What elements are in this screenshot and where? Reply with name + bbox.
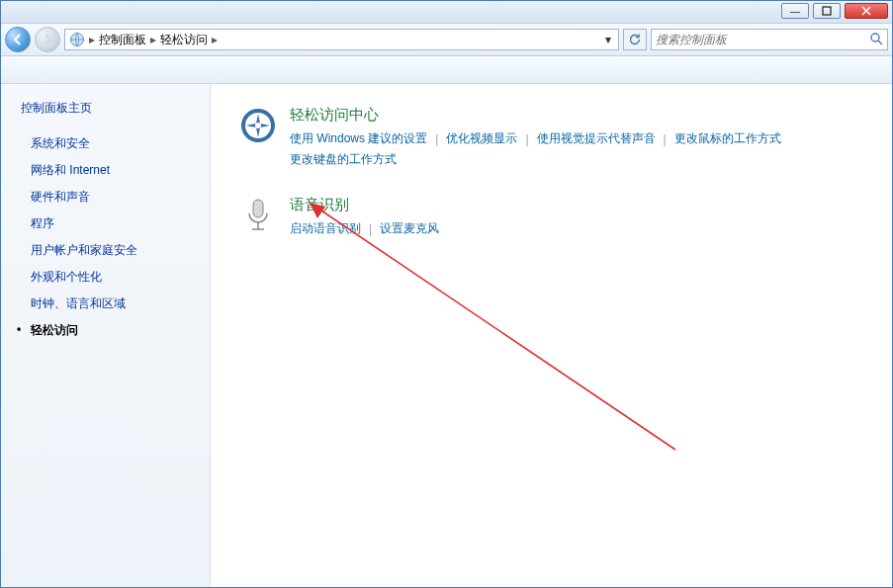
link-start-speech-recognition[interactable]: 启动语音识别 (290, 220, 361, 237)
link-change-mouse[interactable]: 更改鼠标的工作方式 (674, 130, 781, 147)
breadcrumb-item-control-panel[interactable]: 控制面板 (95, 32, 150, 48)
link-separator: | (664, 132, 667, 146)
ease-of-access-icon (238, 106, 278, 145)
maximize-button[interactable] (813, 3, 841, 19)
microphone-icon (238, 196, 278, 235)
section-speech-recognition: 语音识别 启动语音识别| 设置麦克风 (238, 196, 864, 237)
search-icon (869, 32, 883, 48)
sidebar-title[interactable]: 控制面板主页 (21, 100, 210, 117)
sidebar-item-label: 网络和 Internet (31, 163, 110, 177)
refresh-button[interactable] (623, 29, 647, 50)
section-body: 轻松访问中心 使用 Windows 建议的设置| 优化视频显示| 使用视觉提示代… (290, 106, 864, 168)
close-icon (861, 6, 871, 16)
nav-back-button[interactable] (5, 27, 31, 52)
sidebar-item-label: 轻松访问 (31, 323, 78, 337)
link-change-keyboard[interactable]: 更改键盘的工作方式 (290, 151, 397, 168)
minimize-icon: — (790, 6, 800, 17)
link-setup-microphone[interactable]: 设置麦克风 (380, 220, 439, 237)
link-optimize-visual[interactable]: 优化视频显示 (446, 130, 517, 147)
svg-line-12 (310, 203, 675, 450)
link-separator: | (435, 132, 438, 146)
sidebar-item-appearance[interactable]: 外观和个性化 (21, 264, 210, 291)
link-separator: | (525, 132, 528, 146)
breadcrumb-item-ease-of-access[interactable]: 轻松访问 (156, 32, 212, 48)
link-windows-suggestions[interactable]: 使用 Windows 建议的设置 (290, 130, 427, 147)
svg-line-5 (878, 41, 882, 44)
links-row: 更改键盘的工作方式 (290, 151, 864, 168)
svg-rect-0 (823, 7, 831, 15)
link-visual-cues[interactable]: 使用视觉提示代替声音 (537, 130, 656, 147)
sidebar-item-programs[interactable]: 程序 (21, 210, 210, 237)
close-button[interactable] (845, 3, 888, 19)
sidebar-item-ease-of-access[interactable]: 轻松访问 (21, 317, 210, 344)
sidebar-list: 系统和安全 网络和 Internet 硬件和声音 程序 用户帐户和家庭安全 外观… (21, 130, 210, 344)
sidebar-item-label: 硬件和声音 (31, 190, 90, 204)
nav-row: ▸ 控制面板 ▸ 轻松访问 ▸ ▾ (1, 23, 892, 56)
content-area: 控制面板主页 系统和安全 网络和 Internet 硬件和声音 程序 用户帐户和… (1, 84, 892, 587)
sidebar-item-label: 外观和个性化 (31, 270, 102, 284)
search-input[interactable] (656, 33, 865, 46)
chevron-right-icon: ▸ (212, 33, 218, 46)
links-row: 启动语音识别| 设置麦克风 (290, 220, 864, 237)
addressbar-dropdown-icon[interactable]: ▾ (600, 33, 616, 46)
sidebar-item-label: 程序 (31, 216, 54, 230)
link-separator: | (369, 222, 372, 236)
control-panel-icon (69, 32, 85, 47)
sidebar-item-user-accounts[interactable]: 用户帐户和家庭安全 (21, 237, 210, 264)
sidebar-item-hardware-sound[interactable]: 硬件和声音 (21, 184, 210, 210)
arrow-right-icon (42, 34, 53, 45)
svg-point-4 (871, 34, 879, 42)
toolbar (1, 56, 892, 84)
section-title-speech[interactable]: 语音识别 (290, 196, 864, 214)
sidebar: 控制面板主页 系统和安全 网络和 Internet 硬件和声音 程序 用户帐户和… (1, 84, 211, 587)
sidebar-item-network-internet[interactable]: 网络和 Internet (21, 157, 210, 184)
svg-point-8 (255, 123, 261, 128)
section-ease-of-access: 轻松访问中心 使用 Windows 建议的设置| 优化视频显示| 使用视觉提示代… (238, 106, 864, 168)
sidebar-item-label: 用户帐户和家庭安全 (31, 243, 137, 257)
maximize-icon (822, 6, 832, 16)
sidebar-item-system-security[interactable]: 系统和安全 (21, 130, 210, 157)
main-panel: 轻松访问中心 使用 Windows 建议的设置| 优化视频显示| 使用视觉提示代… (211, 84, 892, 587)
minimize-button[interactable]: — (781, 3, 809, 19)
sidebar-item-clock-language[interactable]: 时钟、语言和区域 (21, 291, 210, 317)
section-body: 语音识别 启动语音识别| 设置麦克风 (290, 196, 864, 237)
nav-forward-button[interactable] (35, 27, 60, 52)
arrow-left-icon (12, 34, 24, 45)
window-titlebar: — (1, 1, 892, 23)
sidebar-item-label: 系统和安全 (31, 136, 90, 150)
refresh-icon (628, 33, 642, 46)
sidebar-item-label: 时钟、语言和区域 (31, 296, 126, 310)
window-frame: — ▸ 控制面板 ▸ 轻松访问 ▸ ▾ (0, 0, 893, 588)
links-row: 使用 Windows 建议的设置| 优化视频显示| 使用视觉提示代替声音| 更改… (290, 130, 864, 147)
search-box[interactable] (651, 29, 888, 50)
section-title-ease[interactable]: 轻松访问中心 (290, 106, 864, 125)
address-bar[interactable]: ▸ 控制面板 ▸ 轻松访问 ▸ ▾ (64, 29, 619, 50)
svg-rect-9 (253, 200, 263, 217)
